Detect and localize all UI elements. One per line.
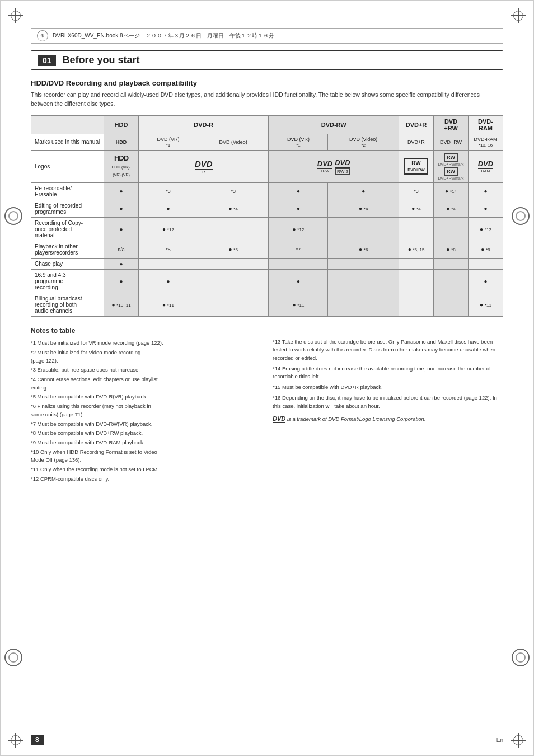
cell-dvdr-video-169 — [198, 269, 269, 293]
note-14: *14 Erasing a title does not increase th… — [273, 365, 503, 381]
chapter-title: Before you start — [63, 54, 140, 66]
col-header-dvdprw: DVD+RW — [434, 115, 469, 134]
col-header-dvdram: DVD-RAM — [469, 115, 503, 134]
note-4: *4 Cannot erase sections, edit chapters … — [31, 375, 261, 392]
row-label-169: 16:9 and 4:3programmerecording — [31, 269, 104, 293]
table-row-169: 16:9 and 4:3programmerecording ● ● ● ● — [31, 269, 503, 293]
row-label-bilingual: Bilingual broadcastrecording of bothaudi… — [31, 293, 104, 316]
side-mark-left-bottom — [4, 649, 22, 666]
cell-dvdram-169: ● — [469, 269, 503, 293]
main-content: 01 Before you start HDD/DVD Recording an… — [31, 50, 503, 722]
cell-dvdpr-chaseplay — [399, 258, 434, 269]
intro-text: This recorder can play and record all wi… — [31, 91, 503, 109]
cell-dvdr-vr-chaseplay — [139, 258, 198, 269]
table-row-copyonce: Recording of Copy-once protectedmaterial… — [31, 217, 503, 241]
table-row-chaseplay: Chase play ● — [31, 258, 503, 269]
notes-left-column: Notes to table *1 Must be initialized fo… — [31, 326, 261, 485]
notes-section: Notes to table *1 Must be initialized fo… — [31, 326, 503, 485]
cell-dvdrw-vr-copyonce: ● *12 — [269, 217, 328, 241]
table-row-bilingual: Bilingual broadcastrecording of bothaudi… — [31, 293, 503, 316]
compatibility-table: HDD DVD-R DVD-RW DVD+R DVD+RW DVD-RAM Ma… — [31, 115, 503, 317]
cell-dvdr-video-editing: ● *4 — [198, 200, 269, 217]
note-10: *10 Only when HDD Recording Format is se… — [31, 448, 261, 464]
side-mark-left-top — [4, 207, 22, 225]
cell-dvdprw-rerecordable: ● *14 — [434, 182, 469, 200]
cell-dvdrw-vr-bilingual: ● *11 — [269, 293, 328, 316]
cell-hdd-169: ● — [104, 269, 139, 293]
cell-dvdr-vr-editing: ● — [139, 200, 198, 217]
cell-dvdram-chaseplay — [469, 258, 503, 269]
sub-col-hdd: HDD — [104, 134, 139, 150]
note-11: *11 Only when the recording mode is not … — [31, 466, 261, 474]
table-row-playback: Playback in otherplayers/recorders n/a *… — [31, 241, 503, 258]
cell-hdd-logos: HDDHDD (VR)/ (VR) (VR) — [104, 150, 139, 182]
cell-dvdprw-chaseplay — [434, 258, 469, 269]
cell-dvdram-copyonce: ● *12 — [469, 217, 503, 241]
cell-dvdr-vr-bilingual: ● *11 — [139, 293, 198, 316]
sub-col-dvdrw-video: DVD (Video)*2 — [328, 134, 399, 150]
page-lang: En — [496, 737, 503, 743]
cell-dvdrw-logos: DVD +RW DVD RW 2 — [269, 150, 399, 182]
cell-dvdprw-logos: RW DVD+RWmark RW DVD+RWmark — [434, 150, 469, 182]
sub-col-dvdrw-vr: DVD (VR)*1 — [269, 134, 328, 150]
row-label-rerecordable: Re-recordable/Erasable — [31, 182, 104, 200]
cell-dvdrw-video-chaseplay — [328, 258, 399, 269]
cell-dvdr-vr-playback: *5 — [139, 241, 198, 258]
cell-dvdrw-vr-chaseplay — [269, 258, 328, 269]
cell-dvdpr-169 — [399, 269, 434, 293]
row-label-logos: Logos — [31, 150, 104, 182]
col-header-hdd: HDD — [104, 115, 139, 134]
cell-dvdrw-video-playback: ● *6 — [328, 241, 399, 258]
sub-col-dvdr-vr: DVD (VR)*1 — [139, 134, 198, 150]
dvd-trademark: DVD is a trademark of DVD Format/Logo Li… — [273, 415, 503, 423]
cell-dvdpr-editing: ● *4 — [399, 200, 434, 217]
cell-dvdrw-video-editing: ● *4 — [328, 200, 399, 217]
cell-dvdram-editing: ● — [469, 200, 503, 217]
note-3: *3 Erasable, but free space does not inc… — [31, 366, 261, 374]
cell-dvdr-video-rerecordable: *3 — [198, 182, 269, 200]
cell-dvdr-video-bilingual — [198, 293, 269, 316]
cell-dvdr-vr-169: ● — [139, 269, 198, 293]
header-text: DVRLX60D_WV_EN.book 8ページ ２００７年３月２６日 月曜日 … — [53, 32, 274, 40]
chapter-number: 01 — [38, 55, 56, 66]
cell-dvdrw-vr-rerecordable: ● — [269, 182, 328, 200]
page-header: ⊕ DVRLX60D_WV_EN.book 8ページ ２００７年３月２６日 月曜… — [31, 28, 503, 44]
row-label-copyonce: Recording of Copy-once protectedmaterial — [31, 217, 104, 241]
note-13: *13 Take the disc out of the cartridge b… — [273, 338, 503, 363]
cell-dvdpr-playback: ● *6, 15 — [399, 241, 434, 258]
cell-dvdprw-169 — [434, 269, 469, 293]
sub-col-dvdram: DVD-RAM*13, 16 — [469, 134, 503, 150]
cell-hdd-bilingual: ● *10, 11 — [104, 293, 139, 316]
sub-col-dvdpr: DVD+R — [399, 134, 434, 150]
col-header-dvdpr: DVD+R — [399, 115, 434, 134]
cell-dvdram-playback: ● *9 — [469, 241, 503, 258]
cell-dvdrw-vr-169: ● — [269, 269, 328, 293]
table-row-logos: Logos HDDHDD (VR)/ (VR) (VR) DVD R DVD +… — [31, 150, 503, 182]
note-6: *6 Finalize using this recorder (may not… — [31, 402, 261, 419]
cell-dvdram-rerecordable: ● — [469, 182, 503, 200]
sub-col-dvdprw: DVD+RW — [434, 134, 469, 150]
cell-hdd-copyonce: ● — [104, 217, 139, 241]
table-row-rerecordable: Re-recordable/Erasable ● *3 *3 ● ● *3 ● … — [31, 182, 503, 200]
cell-dvdrw-video-rerecordable: ● — [328, 182, 399, 200]
cell-dvdram-logos: DVD RAM — [469, 150, 503, 182]
corner-mark-tl — [4, 4, 27, 27]
note-8: *8 Must be compatible with DVD+RW playba… — [31, 429, 261, 438]
header-icon: ⊕ — [37, 30, 48, 41]
row-label-editing: Editing of recordedprogrammes — [31, 200, 104, 217]
cell-dvdr-video-playback: ● *6 — [198, 241, 269, 258]
col-header-feature — [31, 115, 104, 134]
cell-dvdrw-video-169 — [328, 269, 399, 293]
col-header-dvdrw: DVD-RW — [269, 115, 399, 134]
cell-dvdrw-vr-editing: ● — [269, 200, 328, 217]
note-7: *7 Must be compatible with DVD-RW(VR) pl… — [31, 420, 261, 429]
sub-col-label-feature: Marks used in this manual — [31, 134, 104, 150]
note-15: *15 Must be compatible with DVD+R playba… — [273, 383, 503, 392]
side-mark-right-top — [512, 207, 530, 225]
sub-col-dvdr-video: DVD (Video) — [198, 134, 269, 150]
cell-hdd-chaseplay: ● — [104, 258, 139, 269]
cell-dvdr-video-chaseplay — [198, 258, 269, 269]
cell-dvdpr-bilingual — [399, 293, 434, 316]
cell-dvdprw-editing: ● *4 — [434, 200, 469, 217]
note-9: *9 Must be compatible with DVD-RAM playb… — [31, 439, 261, 447]
